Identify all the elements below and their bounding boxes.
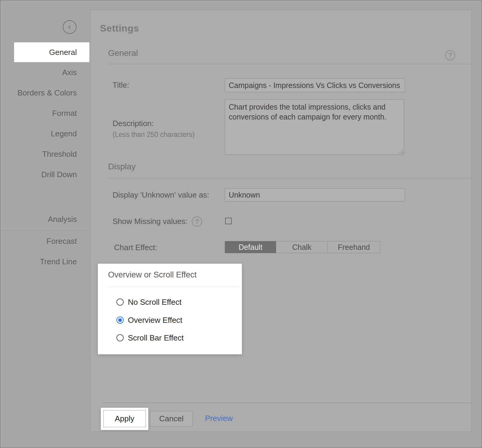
chevron-left-icon: ‹ [68,22,71,31]
radio-label: No Scroll Effect [128,298,182,307]
description-hint: (Less than 250 characters) [113,131,195,139]
help-icon: ? [195,218,199,226]
description-label-text: Description: [113,119,195,128]
sidebar-item-label: Format [52,109,77,118]
sidebar-item-threshold[interactable]: Threshold [1,144,89,164]
radio-no-scroll-effect[interactable]: No Scroll Effect [116,297,182,307]
chart-effect-option-default[interactable]: Default [225,241,276,253]
section-divider [108,64,471,64]
card-divider [108,286,238,287]
radio-icon[interactable] [116,334,124,341]
sidebar-item-label: General [49,48,77,57]
sidebar-item-label: Trend Line [40,257,77,266]
sidebar-item-label: Threshold [42,150,77,159]
chart-effect-option-freehand[interactable]: Freehand [328,241,380,253]
sidebar-item-forecast[interactable]: Forecast [1,231,89,251]
overview-scroll-effect-card: Overview or Scroll Effect No Scroll Effe… [98,264,242,354]
sidebar-item-analysis[interactable]: Analysis [1,209,89,229]
panel-title: Settings [100,23,139,34]
sidebar-item-drill-down[interactable]: Drill Down [1,164,89,185]
footer-divider [103,403,471,403]
unknown-value-label: Display 'Unknown' value as: [113,190,209,200]
sidebar-item-trend-line[interactable]: Trend Line [1,251,89,272]
help-button[interactable]: ? [445,50,455,60]
chart-effect-label: Chart Effect: [114,243,157,252]
settings-sidebar: General Axis Borders & Colors Format Leg… [1,42,89,272]
settings-dialog: ‹ General Axis Borders & Colors Format L… [0,0,482,448]
section-divider [108,178,471,178]
description-label: Description: (Less than 250 characters) [113,119,195,139]
sidebar-item-label: Borders & Colors [17,88,77,98]
sidebar-spacer [1,185,89,209]
radio-label: Scroll Bar Effect [128,333,184,343]
chart-effect-segmented-control: Default Chalk Freehand [225,241,380,253]
sidebar-item-label: Drill Down [41,170,77,179]
missing-values-help-button[interactable]: ? [192,216,202,227]
apply-button[interactable]: Apply [103,410,146,427]
cancel-button[interactable]: Cancel [150,411,193,426]
unknown-value-input[interactable] [225,188,405,201]
sidebar-divider [1,230,89,230]
missing-values-label: Show Missing values: [113,217,188,226]
sidebar-item-axis[interactable]: Axis [1,62,89,83]
general-section-heading: General [108,48,138,58]
sidebar-item-label: Forecast [47,237,77,246]
sidebar-item-legend[interactable]: Legend [1,123,89,144]
settings-panel: Settings General ? Title: Description: (… [90,10,472,432]
help-icon: ? [448,51,452,59]
missing-values-checkbox[interactable] [225,218,232,224]
scroll-effect-heading: Overview or Scroll Effect [108,270,197,280]
display-section-heading: Display [108,162,136,171]
apply-button-highlight: Apply [101,408,148,430]
back-button[interactable]: ‹ [63,20,77,34]
sidebar-item-label: Analysis [48,215,77,224]
description-textarea[interactable]: Chart provides the total impressions, cl… [225,99,404,155]
radio-icon[interactable] [116,316,124,324]
preview-link[interactable]: Preview [205,414,233,423]
title-input[interactable] [225,78,405,92]
radio-icon[interactable] [116,298,124,306]
sidebar-item-label: Axis [62,68,77,77]
sidebar-item-format[interactable]: Format [1,103,89,123]
radio-label: Overview Effect [128,316,182,325]
title-label: Title: [113,80,129,90]
sidebar-item-general[interactable]: General [14,42,89,62]
radio-scroll-bar-effect[interactable]: Scroll Bar Effect [116,333,184,343]
radio-overview-effect[interactable]: Overview Effect [116,315,182,325]
sidebar-item-label: Legend [51,129,77,138]
sidebar-item-borders-colors[interactable]: Borders & Colors [1,83,89,103]
chart-effect-option-chalk[interactable]: Chalk [276,241,328,253]
